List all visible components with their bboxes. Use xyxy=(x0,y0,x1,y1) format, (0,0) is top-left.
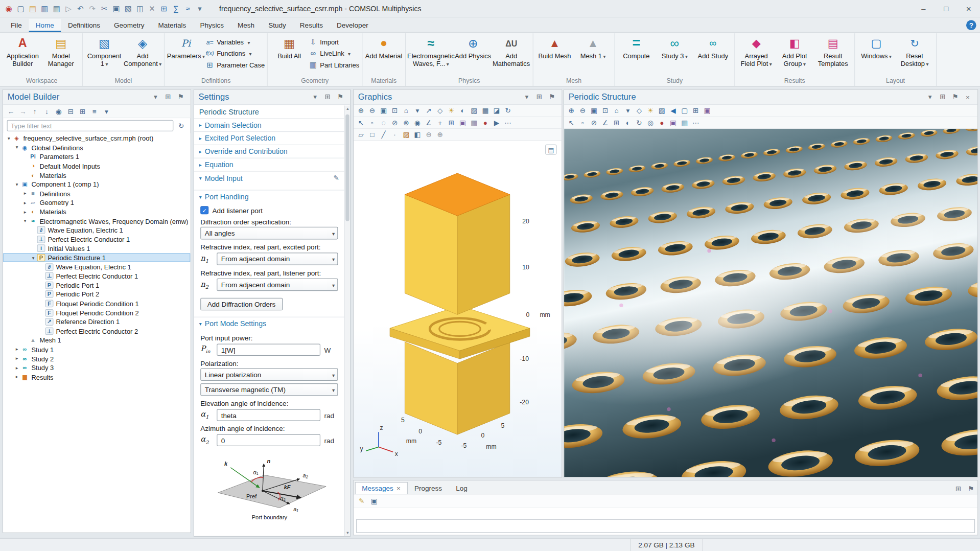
move-up-icon[interactable]: ↑ xyxy=(30,106,40,117)
azimuth-angle-field[interactable]: 0 xyxy=(217,434,320,446)
add-listener-port-checkbox[interactable]: Add listener port xyxy=(200,206,338,214)
refresh-icon[interactable]: ↻ xyxy=(176,121,186,131)
camera-settings-icon[interactable]: ◎ xyxy=(645,118,656,128)
zoom-box-icon[interactable]: ⊡ xyxy=(389,106,400,116)
image-snapshot-icon[interactable]: ▣ xyxy=(668,118,679,128)
header-menu-icon[interactable]: ▾ xyxy=(150,92,161,102)
select-icon[interactable]: ↖ xyxy=(356,118,366,128)
tree-node-perfect-electric-conductor-2[interactable]: ⊥Perfect Electric Conductor 2 xyxy=(3,327,190,336)
windows-button[interactable]: Windows xyxy=(857,33,895,60)
pin-icon[interactable]: ⚑ xyxy=(950,92,961,102)
diffraction-order-select[interactable]: All angles xyxy=(200,227,338,240)
compute-button[interactable]: Compute xyxy=(617,33,655,60)
tab-log[interactable]: Log xyxy=(449,482,475,494)
tree-node-periodic-structure-1[interactable]: ▾PPeriodic Structure 1 xyxy=(3,253,190,262)
tree-node-floquet-periodic-condition-2[interactable]: FFloquet Periodic Condition 2 xyxy=(3,308,190,317)
message-line[interactable] xyxy=(356,519,975,533)
axis-grid-icon[interactable]: ⊞ xyxy=(446,118,457,128)
environment-reflections-icon[interactable]: ◐ xyxy=(622,118,633,128)
menu-tab-developer[interactable]: Developer xyxy=(330,19,375,32)
clear-icon[interactable]: ✎ xyxy=(356,496,367,506)
comsol-logo-icon[interactable]: ◉ xyxy=(3,3,14,14)
application-builder-button[interactable]: Application Builder xyxy=(4,33,41,67)
close-button[interactable] xyxy=(958,0,980,17)
filter-input[interactable] xyxy=(7,120,174,131)
build-all-button[interactable]: Build All xyxy=(270,33,308,60)
menu-tab-home[interactable]: Home xyxy=(29,19,61,32)
select-edges-icon[interactable]: ╱ xyxy=(378,129,389,140)
show-all-icon[interactable]: ◉ xyxy=(412,118,423,128)
deselect-icon[interactable]: ⊘ xyxy=(389,118,400,128)
node-settings-icon[interactable]: ≡ xyxy=(89,106,100,117)
view-orientation-icon[interactable]: ▾ xyxy=(622,106,633,116)
tree-node-study-1[interactable]: ▸∞Study 1 xyxy=(3,345,190,354)
clipping-icon[interactable]: ◪ xyxy=(491,106,502,116)
tree-node-perfect-electric-conductor-1[interactable]: ⊥Perfect Electric Conductor 1 xyxy=(3,271,190,281)
scene-light-icon[interactable]: ☀ xyxy=(645,106,656,116)
menu-tab-results[interactable]: Results xyxy=(293,19,330,32)
color-expression-icon[interactable]: ▨ xyxy=(401,129,411,140)
float-icon[interactable]: ⊞ xyxy=(953,484,964,494)
paste-icon[interactable]: ▧ xyxy=(123,3,134,14)
add-diffraction-orders-button[interactable]: Add Diffraction Orders xyxy=(200,298,283,311)
menu-tab-mesh[interactable]: Mesh xyxy=(231,19,262,32)
collapse-arrow-icon[interactable]: ▾ xyxy=(30,255,36,261)
variables-button[interactable]: Variables xyxy=(205,38,250,47)
axis-grid-icon[interactable]: ⊞ xyxy=(611,118,622,128)
zoom-out-icon[interactable]: ⊖ xyxy=(367,106,378,116)
model-manager-button[interactable]: Model Manager xyxy=(42,33,80,67)
section-port-mode-settings[interactable]: ▾Port Mode Settings xyxy=(194,317,344,330)
play-icon[interactable]: ▷ xyxy=(63,3,74,14)
pin-icon[interactable]: ⚑ xyxy=(966,484,976,494)
add-mathematics-button[interactable]: Add Mathematics xyxy=(493,33,530,67)
functions-button[interactable]: Functions xyxy=(205,49,251,58)
zoom-in-icon[interactable]: ⊕ xyxy=(566,106,577,116)
expand-arrow-icon[interactable]: ▸ xyxy=(22,200,28,205)
copy-icon[interactable]: ▣ xyxy=(110,3,122,14)
electromagnetic-waves-button[interactable]: Electromagnetic Waves, F... xyxy=(408,33,454,67)
collapse-arrow-icon[interactable]: ▾ xyxy=(14,145,20,150)
record-animation-icon[interactable]: ● xyxy=(480,118,491,128)
parameters-button[interactable]: Parameters xyxy=(167,33,205,60)
tab-progress[interactable]: Progress xyxy=(407,482,449,494)
tree-node-global-definitions[interactable]: ▾◉Global Definitions xyxy=(3,143,190,152)
menu-tab-definitions[interactable]: Definitions xyxy=(61,19,107,32)
import-button[interactable]: Import xyxy=(309,38,339,47)
menu-tab-file[interactable]: File xyxy=(4,19,29,32)
orthographic-icon[interactable]: ◇ xyxy=(435,106,446,116)
hide-selected-icon[interactable]: ⊗ xyxy=(401,118,411,128)
collapse-arrow-icon[interactable]: ▾ xyxy=(22,218,28,224)
more-tools-icon[interactable]: ⋯ xyxy=(690,118,701,128)
tree-node-results[interactable]: ▸▆Results xyxy=(3,372,190,381)
rotate-view-icon[interactable]: ↻ xyxy=(503,106,514,116)
component-1-button[interactable]: Component 1 xyxy=(85,33,123,67)
tree-node-floquet-periodic-condition-1[interactable]: FFloquet Periodic Condition 1 xyxy=(3,299,190,308)
expand-arrow-icon[interactable]: ▸ xyxy=(14,356,20,361)
help-icon[interactable] xyxy=(966,20,976,30)
header-menu-icon[interactable]: ▾ xyxy=(925,92,936,102)
tree-node-initial-values-1[interactable]: iInitial Values 1 xyxy=(3,244,190,253)
tree-node-geometry-1[interactable]: ▸▱Geometry 1 xyxy=(3,198,190,207)
select-boundaries-icon[interactable]: □ xyxy=(367,129,378,140)
reset-hiding-icon[interactable]: ⊕ xyxy=(435,129,446,140)
lasso-select-icon[interactable]: ◌ xyxy=(378,118,389,128)
move-down-icon[interactable]: ↓ xyxy=(41,106,52,117)
build-mesh-button[interactable]: Build Mesh xyxy=(536,33,574,60)
print-icon[interactable]: ▦ xyxy=(469,118,479,128)
audio-icon[interactable]: ◀ xyxy=(668,106,679,116)
tree-node-reference-direction-1[interactable]: ↗Reference Direction 1 xyxy=(3,317,190,327)
tab-messages[interactable]: Messages× xyxy=(355,482,408,494)
section-model-input[interactable]: ▾Model Input✎ xyxy=(194,171,344,185)
image-snapshot-icon[interactable]: ▣ xyxy=(702,106,712,116)
deselect-icon[interactable]: ⊘ xyxy=(589,118,599,128)
forward-icon[interactable]: → xyxy=(17,106,28,117)
select-icon[interactable]: ↖ xyxy=(566,118,577,128)
expand-arrow-icon[interactable]: ▸ xyxy=(22,191,28,196)
tree-node-materials[interactable]: ▸◐Materials xyxy=(3,207,190,216)
measure-icon[interactable]: ∠ xyxy=(600,118,611,128)
tree-node-default-model-inputs[interactable]: ◑Default Model Inputs xyxy=(3,162,190,171)
expand-arrow-icon[interactable]: ▸ xyxy=(14,365,20,371)
result-templates-button[interactable]: Result Templates xyxy=(814,33,852,67)
tree-node-parameters-1[interactable]: PiParameters 1 xyxy=(3,152,190,162)
section-excited-port-selection[interactable]: ▸Excited Port Selection xyxy=(194,131,344,145)
